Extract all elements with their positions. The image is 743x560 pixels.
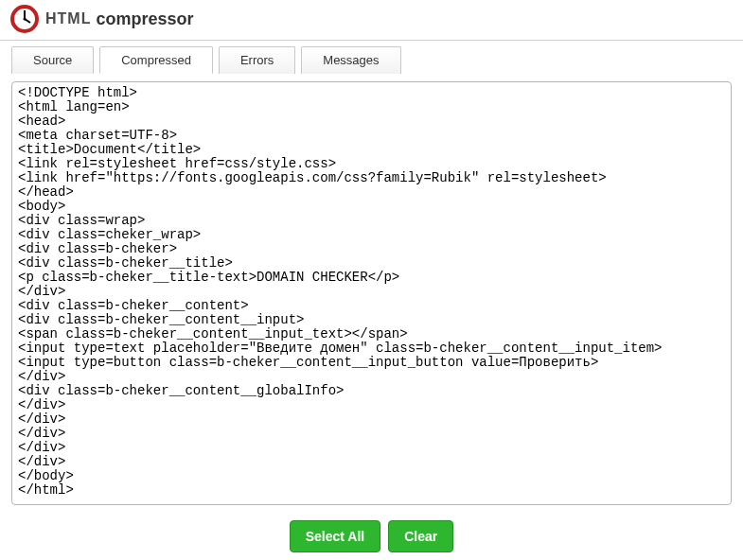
tab-messages[interactable]: Messages bbox=[301, 46, 400, 74]
clear-button[interactable]: Clear bbox=[388, 520, 453, 552]
tab-errors[interactable]: Errors bbox=[219, 46, 295, 74]
tab-compressed[interactable]: Compressed bbox=[99, 46, 213, 74]
compressed-output[interactable] bbox=[11, 81, 732, 505]
select-all-button[interactable]: Select All bbox=[290, 520, 381, 552]
button-row: Select All Clear bbox=[11, 520, 732, 552]
app-logo: HTML compressor bbox=[9, 4, 193, 34]
main-content: Source Compressed Errors Messages Select… bbox=[0, 46, 743, 560]
tab-source[interactable]: Source bbox=[11, 46, 94, 74]
svg-point-3 bbox=[24, 18, 27, 21]
tab-bar: Source Compressed Errors Messages bbox=[11, 46, 732, 74]
clock-icon bbox=[9, 4, 40, 34]
logo-word: compressor bbox=[96, 9, 193, 29]
logo-mark: HTML bbox=[45, 10, 91, 27]
app-header: HTML compressor bbox=[0, 0, 743, 38]
output-area bbox=[11, 81, 732, 509]
header-divider bbox=[0, 40, 743, 41]
